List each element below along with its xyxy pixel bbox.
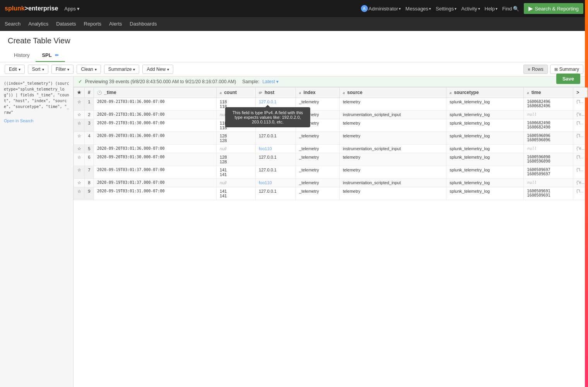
tab-history[interactable]: History bbox=[8, 49, 36, 62]
sourcetype-column-header[interactable]: a sourcetype bbox=[446, 87, 524, 98]
time-cell: 2020-09-21T03:01:36.000-07:00 bbox=[94, 111, 217, 119]
host-cell: 127.0.0.1 bbox=[256, 132, 296, 145]
table-row: ☆22020-09-21T03:01:36.000-07:00nullfoo11… bbox=[74, 111, 588, 119]
time-column-label: _time bbox=[104, 90, 116, 95]
page-title: Create Table View bbox=[8, 36, 580, 45]
count-cell: 118118 bbox=[217, 98, 256, 111]
count-cell: 128128 bbox=[217, 132, 256, 145]
rows-view-button[interactable]: ≡ Rows bbox=[523, 65, 547, 74]
settings-chevron-icon: ▾ bbox=[455, 7, 456, 11]
row-num-column-header: # bbox=[85, 87, 94, 98]
time-cell: 2020-09-20T03:01:36.000-07:00 bbox=[94, 132, 217, 145]
index-cell: _telemetry bbox=[296, 187, 340, 200]
sort-button[interactable]: Sort ▾ bbox=[28, 65, 48, 74]
sample-latest-link[interactable]: Latest ▾ bbox=[262, 79, 279, 84]
star-cell[interactable]: ☆ bbox=[74, 119, 85, 132]
find-input[interactable]: Find 🔍 bbox=[502, 6, 519, 12]
time-val-type-icon: a bbox=[527, 91, 529, 95]
source-column-label: source bbox=[347, 90, 362, 95]
summarize-label: Summarize bbox=[108, 67, 132, 72]
administrator-menu[interactable]: A Administrator ▾ bbox=[361, 5, 401, 12]
splunk-logo: splunk>enterprise bbox=[5, 5, 58, 12]
activity-menu[interactable]: Activity ▾ bbox=[461, 6, 480, 12]
index-cell: _telemetry bbox=[296, 111, 340, 119]
tab-spl-label: SPL bbox=[42, 52, 51, 58]
star-cell[interactable]: ☆ bbox=[74, 145, 85, 153]
sourcetype-cell: splunk_telemetry_log bbox=[446, 166, 524, 179]
source-cell: telemetry bbox=[340, 98, 446, 111]
time-val-cell: 16005960901600596090 bbox=[524, 153, 573, 166]
sourcetype-cell: splunk_telemetry_log bbox=[446, 98, 524, 111]
host-link[interactable]: foo110 bbox=[259, 146, 272, 151]
host-tooltip-container: 127.0.0.1 This field is type IPv4. A fie… bbox=[259, 99, 277, 104]
search-reporting-button[interactable]: ▶ Search & Reporting bbox=[524, 3, 583, 14]
sidebar: ((index="_telemetry") (sourcetype="splun… bbox=[0, 77, 74, 387]
more-column-header[interactable]: > bbox=[573, 87, 588, 98]
nav-alerts[interactable]: Alerts bbox=[109, 18, 122, 31]
save-button[interactable]: Save bbox=[556, 74, 580, 84]
edit-button[interactable]: Edit ▾ bbox=[5, 65, 25, 74]
host-ip-link[interactable]: 127.0.0.1 bbox=[259, 99, 277, 104]
star-cell[interactable]: ☆ bbox=[74, 153, 85, 166]
table-row: ☆92020-09-19T03:01:31.000-07:00141141127… bbox=[74, 187, 588, 200]
filter-label: Filter bbox=[56, 67, 66, 72]
more-icon: > bbox=[576, 90, 579, 95]
time-val-cell: null bbox=[524, 111, 573, 119]
star-cell[interactable]: ☆ bbox=[74, 166, 85, 179]
sourcetype-cell: splunk_telemetry_log bbox=[446, 153, 524, 166]
settings-menu[interactable]: Settings ▾ bbox=[436, 6, 456, 12]
star-column-header[interactable]: ★ bbox=[74, 87, 85, 98]
open-in-search-link[interactable]: Open in Search bbox=[4, 118, 69, 123]
star-cell[interactable]: ☆ bbox=[74, 187, 85, 200]
time-val-cell: 16005960961600596096 bbox=[524, 132, 573, 145]
nav-reports[interactable]: Reports bbox=[84, 18, 102, 31]
nav-analytics[interactable]: Analytics bbox=[28, 18, 48, 31]
host-link[interactable]: foo110 bbox=[259, 112, 272, 117]
nav-datasets[interactable]: Datasets bbox=[56, 18, 76, 31]
star-cell[interactable]: ☆ bbox=[74, 98, 85, 111]
index-column-label: index bbox=[303, 90, 315, 95]
nav-dashboards[interactable]: Dashboards bbox=[130, 18, 157, 31]
host-cell: foo110 bbox=[256, 179, 296, 187]
edit-icon[interactable]: ✏ bbox=[55, 53, 59, 58]
source-type-icon: a bbox=[343, 91, 345, 95]
time-val-column-header[interactable]: a time bbox=[524, 87, 573, 98]
add-new-chevron-icon: ▾ bbox=[167, 67, 169, 72]
edit-chevron-icon: ▾ bbox=[19, 67, 21, 72]
tab-spl[interactable]: SPL ✏ bbox=[36, 49, 65, 62]
row-number-cell: 2 bbox=[85, 111, 94, 119]
filter-button[interactable]: Filter ▾ bbox=[51, 65, 74, 74]
index-cell: _telemetry bbox=[296, 179, 340, 187]
source-column-header[interactable]: a source bbox=[340, 87, 446, 98]
summarize-button[interactable]: Summarize ▾ bbox=[104, 65, 140, 74]
summarize-chevron-icon: ▾ bbox=[133, 67, 135, 72]
activity-label: Activity bbox=[461, 6, 477, 12]
help-menu[interactable]: Help ▾ bbox=[485, 6, 498, 12]
host-column-header[interactable]: IP host bbox=[256, 87, 296, 98]
table-row: ☆12020-09-21T03:01:36.000-07:00118118 12… bbox=[74, 98, 588, 111]
summary-view-button[interactable]: ⊞ Summary bbox=[550, 65, 583, 74]
tab-history-label: History bbox=[14, 52, 29, 58]
source-cell: telemetry bbox=[340, 153, 446, 166]
table-body: ☆12020-09-21T03:01:36.000-07:00118118 12… bbox=[74, 98, 588, 200]
count-column-header[interactable]: a count bbox=[217, 87, 256, 98]
star-cell[interactable]: ☆ bbox=[74, 179, 85, 187]
apps-menu[interactable]: Apps ▾ bbox=[64, 6, 80, 12]
index-column-header[interactable]: a index bbox=[296, 87, 340, 98]
host-cell: 127.0.0.1 bbox=[256, 119, 296, 132]
help-label: Help bbox=[485, 6, 495, 12]
admin-label: Administrator bbox=[369, 6, 398, 12]
nav-search[interactable]: Search bbox=[5, 18, 21, 31]
star-cell[interactable]: ☆ bbox=[74, 132, 85, 145]
clean-chevron-icon: ▾ bbox=[95, 67, 97, 72]
time-cell: 2020-09-19T03:01:37.000-07:00 bbox=[94, 179, 217, 187]
messages-menu[interactable]: Messages ▾ bbox=[405, 6, 431, 12]
time-val-column-label: time bbox=[532, 90, 541, 95]
count-cell: 118118 bbox=[217, 119, 256, 132]
star-cell[interactable]: ☆ bbox=[74, 111, 85, 119]
index-cell: _telemetry bbox=[296, 119, 340, 132]
time-column-header[interactable]: 🕐 _time bbox=[94, 87, 217, 98]
add-new-button[interactable]: Add New ▾ bbox=[142, 65, 173, 74]
host-link[interactable]: foo110 bbox=[259, 180, 272, 185]
clean-button[interactable]: Clean ▾ bbox=[77, 65, 101, 74]
